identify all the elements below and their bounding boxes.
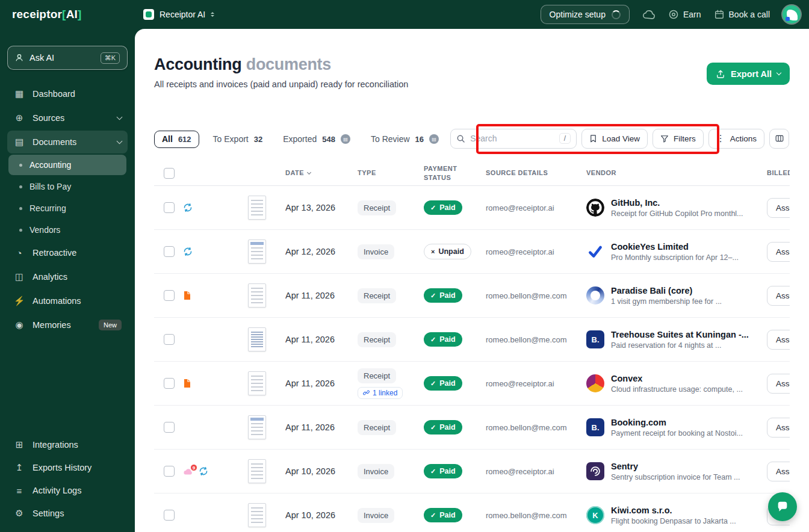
document-thumbnail[interactable] bbox=[248, 240, 266, 264]
export-all-button[interactable]: Export All bbox=[707, 63, 790, 85]
document-thumbnail[interactable] bbox=[248, 196, 266, 220]
document-thumbnail[interactable] bbox=[248, 459, 266, 483]
org-selector[interactable]: Receiptor AI bbox=[143, 9, 214, 20]
table-row[interactable]: Apr 11, 2026 Receipt ✓ Paid romeo.bellon… bbox=[154, 318, 790, 362]
assign-button[interactable]: Assign bbox=[767, 374, 790, 394]
logo-text: receiptor bbox=[12, 8, 62, 20]
assign-button[interactable]: Assign bbox=[767, 330, 790, 350]
table-row[interactable]: Apr 13, 2026 Receipt ✓ Paid romeo@receip… bbox=[154, 186, 790, 230]
sidebar-item-documents[interactable]: ▤ Documents bbox=[7, 131, 128, 153]
ask-ai-button[interactable]: Ask AI ⌘K bbox=[7, 46, 128, 70]
column-header-billed[interactable]: BILLED bbox=[767, 169, 790, 178]
row-checkbox[interactable] bbox=[164, 466, 175, 477]
row-source-email: romeo@receiptor.ai bbox=[486, 379, 586, 388]
column-header-vendor[interactable]: VENDOR bbox=[586, 169, 767, 178]
sidebar-nav: ▦ Dashboard ⊕ Sources ▤ Documents Accoun… bbox=[0, 82, 135, 337]
vendor-logo bbox=[586, 462, 604, 480]
table-row[interactable]: Apr 12, 2026 Invoice × Unpaid romeo@rece… bbox=[154, 230, 790, 274]
sidebar-item-analytics[interactable]: ◫ Analytics bbox=[7, 265, 128, 288]
settings-icon: ⚙ bbox=[13, 508, 25, 519]
filters-button[interactable]: Filters bbox=[652, 129, 704, 149]
row-source-email: romeo@receiptor.ai bbox=[486, 467, 586, 476]
sidebar-item-automations[interactable]: ⚡ Automations bbox=[7, 289, 128, 312]
row-checkbox[interactable] bbox=[164, 290, 175, 301]
chat-widget-button[interactable] bbox=[768, 492, 797, 521]
table-row[interactable]: Apr 11, 2026 Receipt 1 linked ✓ Paid rom… bbox=[154, 362, 790, 406]
vendor-description: 1 visit gym membership fee for ... bbox=[611, 297, 722, 306]
table-row[interactable]: Apr 11, 2026 Receipt ✓ Paid romeo.bellon… bbox=[154, 406, 790, 450]
sidebar-item-memories[interactable]: ◉ Memories New bbox=[7, 314, 128, 336]
assign-button[interactable]: Assign bbox=[767, 418, 790, 438]
table-header: DATE TYPE PAYMENT STATUS SOURCE DETAILS … bbox=[154, 161, 790, 186]
column-header-source-details[interactable]: SOURCE DETAILS bbox=[486, 169, 586, 178]
user-avatar[interactable] bbox=[783, 5, 801, 23]
document-count-icon: ▤ bbox=[341, 134, 350, 144]
load-view-button[interactable]: Load View bbox=[581, 129, 648, 149]
vendor-logo bbox=[586, 374, 604, 392]
load-view-label: Load View bbox=[602, 134, 640, 143]
column-header-type[interactable]: TYPE bbox=[358, 169, 424, 178]
row-checkbox[interactable] bbox=[164, 422, 175, 433]
optimize-setup-label: Optimize setup bbox=[550, 10, 606, 19]
sidebar-item-vendors[interactable]: Vendors bbox=[8, 220, 126, 240]
book-call-button[interactable]: Book a call bbox=[714, 9, 770, 20]
assign-button[interactable]: Assign bbox=[767, 198, 790, 218]
column-header-payment-status[interactable]: PAYMENT STATUS bbox=[424, 164, 486, 182]
sidebar-item-recurring[interactable]: Recurring bbox=[8, 198, 126, 218]
linked-badge[interactable]: 1 linked bbox=[358, 387, 403, 399]
actions-button[interactable]: ⋮ Actions bbox=[708, 129, 764, 149]
cloud-sync-icon[interactable] bbox=[642, 8, 656, 20]
table-row[interactable]: Apr 10, 2026 Invoice ✓ Paid romeo.bellon… bbox=[154, 493, 790, 532]
sidebar-item-bills-to-pay[interactable]: Bills to Pay bbox=[8, 176, 126, 197]
payment-status-badge: ✓ Paid bbox=[424, 508, 462, 522]
vendor-description: Pro Monthly subscription for Apr 12–... bbox=[611, 253, 739, 262]
search-input[interactable]: Search / bbox=[450, 129, 577, 149]
row-checkbox[interactable] bbox=[164, 378, 175, 389]
kebab-menu-icon: ⋮ bbox=[716, 133, 725, 144]
document-thumbnail[interactable] bbox=[248, 327, 266, 351]
document-type-badge: Receipt bbox=[358, 420, 396, 435]
document-thumbnail[interactable] bbox=[248, 283, 266, 308]
select-all-checkbox[interactable] bbox=[164, 168, 175, 179]
optimize-setup-button[interactable]: Optimize setup bbox=[541, 5, 630, 24]
search-placeholder: Search bbox=[470, 134, 554, 143]
assign-button[interactable]: Assign bbox=[767, 242, 790, 262]
document-thumbnail[interactable] bbox=[248, 503, 266, 527]
document-thumbnail[interactable] bbox=[248, 371, 266, 395]
table-row[interactable]: 9 Apr 10, 2026 Invoice ✓ Paid romeo@rece… bbox=[154, 450, 790, 493]
vendor-name: Sentry bbox=[611, 462, 740, 471]
column-header-date[interactable]: DATE bbox=[285, 169, 358, 178]
tab-all[interactable]: All 612 bbox=[154, 131, 199, 148]
tab-to-review[interactable]: To Review 16 ▤ bbox=[364, 130, 445, 148]
vendor-name: Booking.com bbox=[611, 418, 743, 427]
row-checkbox[interactable] bbox=[164, 334, 175, 345]
sidebar-item-settings[interactable]: ⚙ Settings bbox=[7, 503, 128, 524]
sidebar-item-retroactive[interactable]: ◔ Retroactive bbox=[7, 241, 128, 264]
search-icon bbox=[456, 134, 465, 143]
sidebar-item-exports-history[interactable]: ↥ Exports History bbox=[7, 457, 128, 478]
assign-button[interactable]: Assign bbox=[767, 462, 790, 481]
row-status-icons bbox=[181, 379, 248, 388]
assign-button[interactable]: Assign bbox=[767, 286, 790, 306]
sidebar-item-accounting[interactable]: Accounting bbox=[8, 155, 126, 175]
vendor-description: Sentry subscription invoice for Team ... bbox=[611, 473, 740, 481]
sidebar-item-activity-logs[interactable]: ≡ Activity Logs bbox=[7, 480, 128, 501]
link-icon bbox=[363, 389, 370, 396]
sidebar-item-integrations[interactable]: ⊞ Integrations bbox=[7, 434, 128, 456]
row-checkbox[interactable] bbox=[164, 510, 175, 521]
vendor-name: CookieYes Limited bbox=[611, 242, 739, 252]
vendor-description: Flight booking Denpasar to Jakarta ... bbox=[611, 517, 736, 525]
export-all-label: Export All bbox=[731, 69, 772, 79]
tab-exported[interactable]: Exported 548 ▤ bbox=[276, 130, 357, 148]
sidebar-item-dashboard[interactable]: ▦ Dashboard bbox=[7, 82, 128, 105]
keyboard-shortcut-badge: ⌘K bbox=[101, 52, 120, 64]
sidebar-item-sources[interactable]: ⊕ Sources bbox=[7, 107, 128, 129]
document-thumbnail[interactable] bbox=[248, 415, 266, 439]
columns-button[interactable] bbox=[769, 129, 789, 149]
row-checkbox[interactable] bbox=[164, 246, 175, 257]
row-checkbox[interactable] bbox=[164, 202, 175, 213]
table-row[interactable]: Apr 11, 2026 Receipt ✓ Paid romeo.bellon… bbox=[154, 274, 790, 318]
tab-to-export[interactable]: To Export 32 bbox=[206, 130, 270, 148]
cloud-upload-icon: 9 bbox=[183, 467, 194, 475]
earn-button[interactable]: Earn bbox=[668, 9, 701, 20]
